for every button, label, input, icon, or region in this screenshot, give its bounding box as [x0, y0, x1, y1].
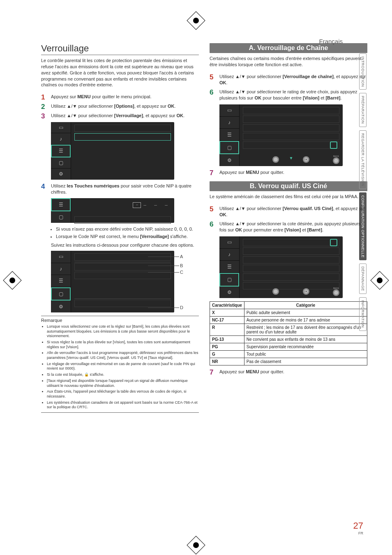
- lock-icon: ▢: [59, 291, 63, 297]
- section-title-verrouillage: Verrouillage: [41, 43, 199, 55]
- banner-a: A. Verrouillage de Chaîne: [210, 43, 367, 53]
- tv-menu-screenshot-1: ▭ ♪ ☰ ▢ ⚙: [51, 122, 174, 180]
- text: pour quitter le menu principal.: [91, 94, 152, 99]
- language-label: Français: [319, 38, 343, 45]
- lock-icon: ▢: [227, 145, 232, 150]
- verrouillage-label: [Verrouillage]: [114, 113, 143, 118]
- text: pour basculer entre: [261, 95, 303, 100]
- tv-channel-lock-screenshot: ▭ ♪ ☰ ▢ ⚙ ▼ OK BACK: [219, 104, 343, 166]
- note-item: Aux États-Unis, l'appareil peut téléchar…: [47, 389, 199, 399]
- manual-page: Français INTRODUCTION PRÉPARATION REGARD…: [0, 0, 392, 555]
- lock-icon: ▢: [59, 214, 63, 220]
- picture-icon: ▭: [227, 107, 232, 113]
- page-number-value: 27: [353, 520, 363, 531]
- picture-icon: ▭: [59, 254, 63, 259]
- text: , et appuyez sur: [334, 74, 366, 79]
- text: pour quitter.: [259, 369, 284, 374]
- num-keys: les Touches numériques: [67, 183, 120, 188]
- note-item: Si vous réglez la cote la plus élevée su…: [47, 340, 199, 349]
- registration-mark-icon: [7, 275, 17, 285]
- nav-key-icon: [272, 156, 279, 163]
- ok-key: OK: [176, 113, 183, 118]
- text: .: [322, 227, 323, 232]
- setup-icon: ⚙: [227, 289, 232, 295]
- setup-icon: ⚙: [59, 304, 63, 310]
- intro-text: Le contrôle parental lit les cotes de pr…: [41, 58, 199, 88]
- table-header-category: Catégorie: [244, 302, 367, 309]
- text: Appuyez sur: [219, 369, 246, 374]
- text: Utilisez ▲/▼ pour sélectionner: [51, 104, 114, 109]
- ok-key: OK: [219, 212, 226, 217]
- annotation-b: B: [180, 263, 183, 268]
- table-row: GTout public: [210, 351, 367, 358]
- banner-b: B. Verrou qualif. US Ciné: [210, 181, 367, 191]
- picture-icon: ▭: [59, 125, 63, 130]
- text: .: [226, 80, 228, 85]
- tab-troubleshoot: DÉPANNAGE: [359, 264, 367, 294]
- ok-key: OK: [235, 227, 242, 232]
- rating-table: Caractéristique Catégorie XPublic adulte…: [210, 301, 367, 365]
- note-item: Les systèmes d'évaluation canadiens de c…: [47, 400, 199, 410]
- text: et: [319, 95, 325, 100]
- table-row: PGSupervision parentale recommandée: [210, 343, 367, 351]
- note-heading: Remarque: [41, 316, 199, 323]
- step-5a: 5 Utilisez ▲/▼ pour sélectionner [Verrou…: [210, 74, 367, 86]
- step-4: 4 Utilisez les Touches numériques pour s…: [41, 183, 199, 195]
- text: pour quitter.: [259, 170, 284, 175]
- verrouillage-label: [Verrouillage]: [140, 234, 169, 239]
- nav-key-icon: [272, 288, 279, 295]
- registration-mark-icon: [375, 275, 385, 285]
- follow-text: Suivez les instructions ci-dessous pour …: [51, 242, 199, 248]
- bullet-pin-default: Si vous n'avez pas encore défini votre C…: [56, 226, 199, 232]
- step-2: 2 Utilisez ▲/▼ pour sélectionner [Option…: [41, 103, 199, 109]
- text: Utilisez ▲/▼ pour sélectionner: [219, 206, 283, 211]
- annotation-c: C: [180, 270, 183, 275]
- left-column: Verrouillage Le contrôle parental lit le…: [41, 43, 199, 413]
- sound-icon: ♪: [60, 136, 62, 142]
- table-row: NC-17Aucune personne de moins de 17 ans …: [210, 317, 367, 324]
- step-7a: 7 Appuyez sur MENU pour quitter.: [210, 169, 367, 176]
- text: .: [341, 95, 342, 100]
- barre-label: [Barré]: [307, 227, 322, 232]
- text: pour permuter entre: [242, 227, 284, 232]
- menu-key: MENU: [246, 170, 259, 175]
- bullet-pin-correct: Lorsque le Code NIP est correct, le menu…: [56, 234, 199, 240]
- tv-pin-screenshot: ☰ ▢ −– – –: [51, 198, 174, 223]
- table-row: PG-13Ne convient pas aux enfants de moin…: [210, 336, 367, 343]
- tab-information: INFORMATION: [359, 297, 367, 331]
- tab-watch-tv: REGARDER LA TÉLÉVISION: [359, 130, 367, 189]
- vision-label: [Vision]: [284, 227, 301, 232]
- step-7b: 7 Appuyez sur MENU pour quitter.: [210, 369, 367, 375]
- notes-list: Lorsque vous sélectionnez une cote et la…: [47, 324, 199, 410]
- tv-us-cine-screenshot: ▭ ♪ ☰ ▢ ⚙ OK BACK: [219, 236, 343, 298]
- registration-mark-icon: [191, 540, 201, 550]
- text: Utilisez ▲/▼ pour sélectionner: [51, 113, 114, 118]
- ok-key-icon: OK: [303, 288, 309, 295]
- channel-lock-label: [Verrouillage de chaîne]: [283, 74, 334, 79]
- options-label: [Options]: [114, 104, 134, 109]
- step-1: 1 Appuyez sur MENU pour quitter le menu …: [41, 94, 199, 100]
- lock-icon: ▢: [59, 160, 63, 166]
- text: .: [183, 113, 184, 118]
- note-item: [Taux régional] est disponible lorsque l…: [47, 379, 199, 388]
- text: .: [175, 104, 176, 109]
- options-icon: ☰: [227, 264, 232, 270]
- text: , et appuyez sur: [134, 104, 168, 109]
- ok-key-icon: OK: [303, 156, 309, 163]
- step-5b: 5 Utilisez ▲/▼ pour sélectionner [Verrou…: [210, 206, 367, 218]
- menu-key: MENU: [246, 369, 259, 374]
- options-icon: ☰: [59, 148, 63, 154]
- options-icon: ☰: [227, 132, 232, 138]
- sound-icon: ♪: [60, 266, 62, 272]
- step-6b: 6 Utilisez ▲/▼ pour sélectionner la cote…: [210, 221, 367, 233]
- page-number: 27 FR: [353, 520, 363, 535]
- text: .: [226, 212, 228, 217]
- options-icon: ☰: [59, 278, 63, 284]
- step-6a: 6 Utilisez ▲/▼ pour sélectionner le rati…: [210, 89, 367, 101]
- ok-key: OK: [219, 80, 226, 85]
- text: Appuyez sur: [51, 94, 77, 99]
- table-row: NRPas de classement: [210, 358, 367, 365]
- back-key-icon: [333, 157, 339, 164]
- text: Si vous n'avez pas encore défini votre C…: [56, 227, 193, 231]
- us-cine-label: [Verrou qualif. US Ciné]: [283, 206, 333, 211]
